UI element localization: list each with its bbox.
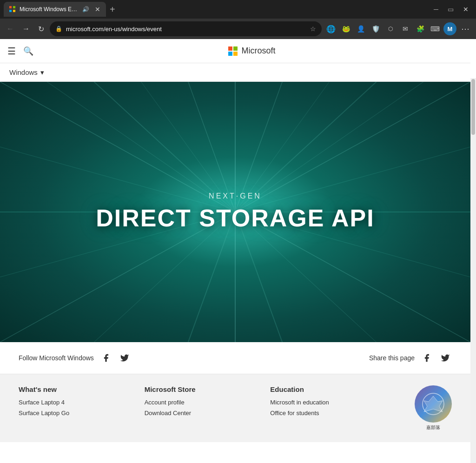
extension-icon-2[interactable]: 🐸	[339, 22, 352, 35]
minimize-button[interactable]: ─	[430, 4, 442, 15]
footer-badge-text: 嘉部落	[415, 424, 452, 431]
windows-nav: Windows ▾	[0, 63, 470, 82]
back-button[interactable]: ←	[4, 23, 17, 35]
hamburger-menu[interactable]: ☰	[7, 46, 16, 57]
title-bar: Microsoft Windows Event ... 🔊 ✕ + ─ ▭ ✕	[0, 0, 476, 19]
follow-facebook-icon[interactable]	[99, 351, 112, 364]
follow-section: Follow Microsoft Windows	[19, 351, 131, 364]
extension-icon-5[interactable]: ⬡	[384, 22, 397, 35]
windows-chevron: ▾	[40, 68, 44, 77]
follow-text: Follow Microsoft Windows	[19, 354, 94, 362]
new-tab-button[interactable]: +	[106, 4, 119, 15]
footer-badge-svg	[422, 392, 445, 416]
footer-logo-badge	[415, 385, 452, 423]
profile-button[interactable]: M	[443, 22, 456, 35]
share-twitter-icon[interactable]	[439, 351, 452, 364]
footer-logo-col: 嘉部落	[396, 385, 452, 431]
footer-heading-education: Education	[270, 385, 377, 393]
next-gen-label: NEXT·GEN	[96, 192, 374, 200]
extension-icon-4[interactable]: 🛡️	[369, 22, 382, 35]
ms-square-yellow	[233, 52, 238, 56]
hero-title: DIRECT STORAGE API	[96, 204, 374, 232]
footer-link-surface-laptop-4[interactable]: Surface Laptop 4	[19, 399, 126, 406]
address-text: microsoft.com/en-us/windows/event	[66, 26, 306, 33]
ms-square-green	[233, 46, 238, 51]
windows-text: Windows	[9, 68, 38, 76]
footer-col-education: Education Microsoft in education Office …	[270, 385, 377, 431]
footer-link-office-students[interactable]: Office for students	[270, 410, 377, 417]
hero-text-block: NEXT·GEN DIRECT STORAGE API	[96, 192, 374, 232]
footer-area: What's new Surface Laptop 4 Surface Lapt…	[0, 374, 470, 442]
hero-image: NEXT·GEN DIRECT STORAGE API	[0, 82, 470, 342]
ms-navbar: ☰ 🔍 Microsoft	[0, 39, 470, 63]
active-tab[interactable]: Microsoft Windows Event ... 🔊 ✕	[4, 2, 106, 17]
window-controls: ─ ▭ ✕	[430, 4, 472, 15]
tab-favicon	[9, 6, 16, 13]
tab-audio-icon: 🔊	[82, 6, 89, 13]
close-button[interactable]: ✕	[459, 4, 472, 15]
footer-col-microsoft-store: Microsoft Store Account profile Download…	[145, 385, 252, 431]
scrollbar[interactable]	[470, 78, 476, 463]
forward-button[interactable]: →	[20, 23, 33, 35]
ms-squares-logo	[228, 46, 238, 56]
tab-area: Microsoft Windows Event ... 🔊 ✕ +	[4, 2, 430, 17]
footer-heading-ms-store: Microsoft Store	[145, 385, 252, 393]
social-bar: Follow Microsoft Windows Share this page	[0, 342, 470, 374]
footer-link-account-profile[interactable]: Account profile	[145, 399, 252, 406]
scrollbar-thumb[interactable]	[471, 79, 475, 135]
footer-link-surface-laptop-go[interactable]: Surface Laptop Go	[19, 410, 126, 417]
more-button[interactable]: ⋯	[458, 23, 472, 35]
footer-heading-whats-new: What's new	[19, 385, 126, 393]
bookmark-icon[interactable]: ☆	[310, 25, 316, 33]
windows-nav-label[interactable]: Windows ▾	[9, 68, 44, 77]
ms-logo-text: Microsoft	[241, 46, 275, 56]
tab-title: Microsoft Windows Event ...	[20, 6, 79, 13]
lock-icon: 🔒	[55, 26, 62, 32]
webpage-content: ☰ 🔍 Microsoft Windows ▾	[0, 39, 470, 442]
extension-icon-8[interactable]: ⌨	[429, 22, 442, 35]
ms-square-red	[228, 46, 232, 51]
footer-link-download-center[interactable]: Download Center	[145, 410, 252, 417]
extension-icon-6[interactable]: ✉	[399, 22, 412, 35]
ms-square-blue	[228, 52, 232, 56]
toolbar-icons: 🌐 🐸 👤 🛡️ ⬡ ✉ 🧩 ⌨ M ⋯	[324, 22, 472, 35]
address-bar-row: ← → ↻ 🔒 microsoft.com/en-us/windows/even…	[0, 19, 476, 39]
restore-button[interactable]: ▭	[444, 4, 457, 15]
reload-button[interactable]: ↻	[35, 23, 47, 35]
extension-icon-1[interactable]: 🌐	[324, 22, 337, 35]
tab-close-button[interactable]: ✕	[95, 6, 100, 13]
search-icon[interactable]: 🔍	[23, 46, 33, 56]
share-section: Share this page	[369, 351, 452, 364]
footer-link-ms-education[interactable]: Microsoft in education	[270, 399, 377, 406]
follow-twitter-icon[interactable]	[118, 351, 131, 364]
address-box[interactable]: 🔒 microsoft.com/en-us/windows/event ☆	[50, 21, 322, 36]
svg-marker-25	[424, 396, 443, 412]
extension-icon-3[interactable]: 👤	[354, 22, 367, 35]
extension-icon-7[interactable]: 🧩	[414, 22, 427, 35]
footer-col-whats-new: What's new Surface Laptop 4 Surface Lapt…	[19, 385, 126, 431]
share-facebook-icon[interactable]	[420, 351, 433, 364]
ms-logo: Microsoft	[228, 46, 275, 56]
share-text: Share this page	[369, 354, 415, 362]
